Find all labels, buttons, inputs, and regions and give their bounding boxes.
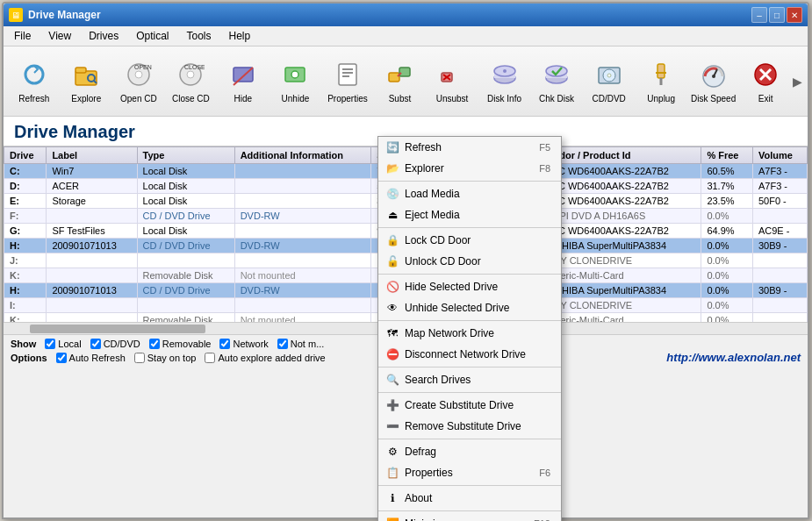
toolbar-diskinfo[interactable]: Disk Info bbox=[479, 51, 530, 112]
checkbox-removable[interactable] bbox=[149, 339, 160, 349]
cell-8: 0.0% bbox=[701, 268, 753, 283]
context-menu-item-refresh[interactable]: 🔄RefreshF5 bbox=[378, 137, 561, 158]
context-menu-item-about[interactable]: ℹAbout bbox=[378, 488, 561, 509]
maximize-button[interactable]: □ bbox=[769, 7, 785, 23]
context-menu-item-hide-selected-drive[interactable]: 🚫Hide Selected Drive bbox=[378, 276, 561, 297]
context-menu-item-remove-substitute-drive[interactable]: ➖Remove Substitute Drive bbox=[378, 416, 561, 437]
check-removable-label: Removable bbox=[162, 339, 212, 349]
toolbar-unplug[interactable]: Unplug bbox=[636, 51, 686, 112]
opencd-icon: OPEN bbox=[123, 59, 154, 90]
cell-2 bbox=[137, 298, 234, 313]
check-notm-label: Not m... bbox=[291, 339, 325, 349]
hide-icon bbox=[227, 59, 259, 90]
check-network[interactable]: Network bbox=[219, 339, 268, 349]
context-menu-item-properties[interactable]: 📋PropertiesF6 bbox=[378, 462, 561, 483]
checkbox-notm[interactable] bbox=[277, 339, 288, 349]
cell-1: Storage bbox=[47, 194, 137, 209]
col-type: Type bbox=[137, 147, 234, 164]
load-media-icon: 💿 bbox=[385, 187, 399, 201]
context-menu-item-minimize[interactable]: 🔽MinimizeF12 bbox=[378, 513, 561, 521]
checkbox-network[interactable] bbox=[219, 339, 230, 349]
toolbar-cddvd[interactable]: CD/DVD bbox=[584, 51, 635, 112]
context-menu-separator bbox=[378, 439, 561, 439]
toolbar-exit-label: Exit bbox=[758, 94, 773, 104]
checkbox-local[interactable] bbox=[45, 339, 55, 349]
svg-rect-19 bbox=[389, 73, 399, 82]
svg-rect-15 bbox=[339, 64, 356, 85]
cell-0: H: bbox=[4, 283, 47, 298]
checkbox-autoexplore[interactable] bbox=[205, 353, 215, 363]
checkbox-cddvd[interactable] bbox=[90, 339, 101, 349]
context-menu-item-explorer[interactable]: 📂ExplorerF8 bbox=[378, 158, 561, 179]
context-menu-item-eject-media[interactable]: ⏏Eject Media bbox=[378, 204, 561, 225]
menu-help[interactable]: Help bbox=[222, 28, 258, 44]
checkbox-autorefresh[interactable] bbox=[56, 353, 67, 363]
context-menu-item-map-network-drive[interactable]: 🗺Map Network Drive bbox=[378, 323, 561, 344]
minimize-icon: 🔽 bbox=[385, 517, 399, 521]
toolbar-closecd[interactable]: CLOSE Close CD bbox=[166, 51, 217, 112]
context-menu-item-load-media[interactable]: 💿Load Media bbox=[378, 183, 561, 204]
cell-8: 23.5% bbox=[701, 194, 753, 209]
svg-point-6 bbox=[135, 71, 142, 78]
context-menu-item-label: Hide Selected Drive bbox=[405, 281, 498, 293]
toolbar-opencd[interactable]: OPEN Open CD bbox=[113, 51, 164, 112]
menu-optical[interactable]: Optical bbox=[129, 28, 176, 44]
check-notm[interactable]: Not m... bbox=[277, 339, 325, 349]
title-bar-left: 🖥 Drive Manager bbox=[9, 8, 101, 22]
toolbar-chkdisk[interactable]: Chk Disk bbox=[531, 51, 582, 112]
toolbar-unsubst[interactable]: Unsubst bbox=[427, 51, 478, 112]
check-stayontop[interactable]: Stay on top bbox=[134, 353, 197, 363]
context-menu-separator bbox=[378, 181, 561, 182]
toolbar-hide[interactable]: Hide bbox=[218, 51, 269, 112]
cell-9: 50F0 - bbox=[752, 194, 807, 209]
lock-cd-door-icon: 🔒 bbox=[385, 233, 399, 247]
minimize-button[interactable]: – bbox=[751, 7, 767, 23]
cell-3 bbox=[234, 179, 371, 194]
cell-9 bbox=[752, 298, 807, 313]
col-pct: % Free bbox=[701, 147, 753, 164]
checkbox-stayontop[interactable] bbox=[134, 353, 145, 363]
close-button[interactable]: ✕ bbox=[787, 7, 802, 23]
toolbar-more-arrow[interactable]: ▶ bbox=[793, 75, 802, 89]
website-link[interactable]: http://www.alexnolan.net bbox=[666, 351, 801, 364]
check-removable[interactable]: Removable bbox=[149, 339, 212, 349]
context-menu-item-unlock-cd-door[interactable]: 🔓Unlock CD Door bbox=[378, 251, 561, 272]
menu-view[interactable]: View bbox=[41, 28, 78, 44]
check-autoexplore[interactable]: Auto explore added drive bbox=[205, 353, 325, 363]
check-local-label: Local bbox=[58, 339, 81, 349]
context-menu-item-search-drives[interactable]: 🔍Search Drives bbox=[378, 369, 561, 390]
context-menu-item-lock-cd-door[interactable]: 🔒Lock CD Door bbox=[378, 230, 561, 251]
unplug-icon bbox=[645, 59, 677, 90]
context-menu-item-label: Create Substitute Drive bbox=[405, 399, 514, 411]
cell-1 bbox=[47, 209, 137, 224]
check-autorefresh[interactable]: Auto Refresh bbox=[56, 353, 126, 363]
context-menu-item-disconnect-network-drive[interactable]: ⛔Disconnect Network Drive bbox=[378, 344, 561, 365]
refresh-icon bbox=[18, 59, 50, 90]
cell-3 bbox=[234, 298, 371, 313]
context-menu-shortcut: F5 bbox=[539, 142, 550, 153]
check-cddvd[interactable]: CD/DVD bbox=[90, 339, 140, 349]
cddvd-icon bbox=[593, 59, 625, 90]
menu-drives[interactable]: Drives bbox=[82, 28, 126, 44]
toolbar-subst[interactable]: Subst bbox=[375, 51, 426, 112]
menu-file[interactable]: File bbox=[7, 28, 38, 44]
toolbar-exit[interactable]: Exit bbox=[740, 51, 791, 112]
menu-tools[interactable]: Tools bbox=[180, 28, 219, 44]
toolbar-explore[interactable]: Explore bbox=[61, 51, 112, 112]
hide-selected-drive-icon: 🚫 bbox=[385, 280, 399, 294]
toolbar-properties[interactable]: Properties bbox=[322, 51, 373, 112]
context-menu-item-defrag[interactable]: ⚙Defrag bbox=[378, 441, 561, 462]
context-menu-item-unhide-selected-drive[interactable]: 👁Unhide Selected Drive bbox=[378, 297, 561, 318]
scrollbar-thumb[interactable] bbox=[30, 325, 205, 333]
cell-3 bbox=[234, 224, 371, 239]
svg-rect-20 bbox=[399, 68, 410, 76]
properties-icon: 📋 bbox=[385, 466, 399, 480]
context-menu-item-label: Refresh bbox=[405, 141, 442, 153]
toolbar-unhide[interactable]: Unhide bbox=[270, 51, 321, 112]
context-menu-shortcut: F6 bbox=[539, 467, 550, 478]
check-local[interactable]: Local bbox=[45, 339, 81, 349]
toolbar-diskspeed[interactable]: Disk Speed bbox=[688, 51, 739, 112]
cell-0: E: bbox=[4, 194, 47, 209]
toolbar-refresh[interactable]: Refresh bbox=[9, 51, 60, 112]
context-menu-item-create-substitute-drive[interactable]: ➕Create Substitute Drive bbox=[378, 395, 561, 416]
